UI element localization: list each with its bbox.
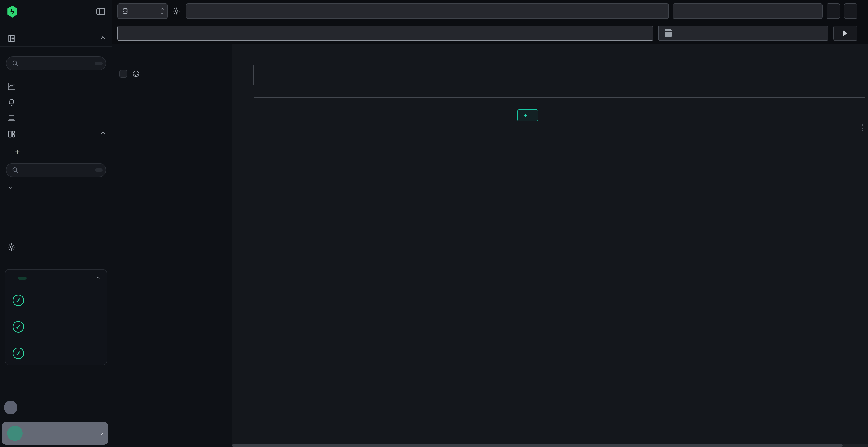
histogram-bars[interactable] xyxy=(254,64,865,98)
sidebar-item-client-sessions[interactable] xyxy=(0,110,112,126)
chevron-up-icon xyxy=(96,276,100,280)
preset-services[interactable] xyxy=(0,200,112,212)
right-column xyxy=(112,0,868,447)
progress-badge xyxy=(18,277,27,280)
get-started-item[interactable]: ✓ xyxy=(12,289,99,306)
sidebar-item-team-settings[interactable] xyxy=(0,239,112,255)
chart-line-icon xyxy=(7,82,16,91)
presets-toggle[interactable] xyxy=(9,186,112,188)
chevron-up-icon xyxy=(100,36,105,41)
save-button[interactable] xyxy=(827,3,840,19)
search-bar xyxy=(112,22,868,44)
horizontal-scrollbar[interactable] xyxy=(232,444,868,447)
lightning-icon xyxy=(523,112,528,118)
content xyxy=(112,44,868,447)
search-icon xyxy=(11,60,19,67)
checkbox[interactable] xyxy=(119,70,127,77)
app-root: ϟ xyxy=(0,0,868,447)
sidebar: ϟ xyxy=(0,0,112,447)
check-circle-icon: ✓ xyxy=(12,347,24,359)
get-started-header[interactable] xyxy=(12,277,99,280)
shortcut-badge xyxy=(95,168,103,172)
get-started-card: ✓ ✓ ✓ xyxy=(5,269,107,365)
sql-select-input[interactable] xyxy=(186,3,669,19)
search-icon xyxy=(11,166,19,174)
denoise-icon xyxy=(132,70,140,78)
scrollbar-thumb[interactable] xyxy=(232,444,843,447)
source-settings-button[interactable] xyxy=(172,6,182,16)
gear-icon xyxy=(173,7,181,15)
saved-searches-input[interactable] xyxy=(6,56,106,70)
check-circle-icon: ✓ xyxy=(12,295,24,306)
hyperdx-logo-icon: ϟ xyxy=(7,5,18,18)
sidebar-collapse-icon[interactable] xyxy=(96,8,105,15)
main-results xyxy=(232,44,868,447)
sidebar-nav xyxy=(0,78,112,142)
check-circle-icon: ✓ xyxy=(12,321,24,333)
user-menu[interactable] xyxy=(2,422,108,445)
gear-icon xyxy=(7,243,16,251)
sidebar-item-alerts[interactable] xyxy=(0,94,112,110)
plus-icon: + xyxy=(15,147,20,157)
laptop-icon xyxy=(7,114,16,123)
preset-clickhouse[interactable] xyxy=(0,188,112,200)
x-axis xyxy=(236,98,865,108)
topbar xyxy=(112,0,868,22)
shortcut-badge xyxy=(95,62,103,65)
dashboards-icon xyxy=(7,130,16,138)
date-range-picker[interactable] xyxy=(658,26,829,41)
help-button[interactable] xyxy=(4,401,18,414)
sidebar-item-chart-explorer[interactable] xyxy=(0,78,112,94)
table-header xyxy=(232,122,868,132)
create-dashboard-button[interactable]: + xyxy=(0,144,112,159)
y-axis xyxy=(236,64,254,98)
results-table xyxy=(232,108,868,447)
order-by-input[interactable] xyxy=(673,3,823,19)
play-icon xyxy=(843,30,847,36)
sidebar-item-search[interactable] xyxy=(0,30,112,47)
saved-dashboards-input[interactable] xyxy=(6,163,106,177)
bell-icon xyxy=(7,98,16,107)
logo-row: ϟ xyxy=(0,0,112,23)
filters-panel xyxy=(112,44,232,447)
run-query-button[interactable] xyxy=(833,26,858,41)
chevron-up-icon xyxy=(100,132,105,137)
events-histogram xyxy=(236,64,865,98)
event-search-input[interactable] xyxy=(117,26,653,41)
source-select[interactable] xyxy=(117,3,167,19)
get-started-item[interactable]: ✓ xyxy=(12,342,99,359)
query-language-toggle[interactable] xyxy=(641,29,647,37)
calendar-icon xyxy=(664,29,672,37)
preset-kubernetes[interactable] xyxy=(0,212,112,224)
chevron-right-icon xyxy=(100,432,103,435)
select-chevrons-icon xyxy=(161,8,163,14)
avatar xyxy=(7,425,23,441)
resume-live-tail-button[interactable] xyxy=(518,109,538,122)
alerts-button[interactable] xyxy=(844,3,858,19)
search-nav-icon xyxy=(7,34,16,43)
denoise-results-checkbox[interactable] xyxy=(119,68,226,79)
database-icon xyxy=(122,8,128,14)
table-body xyxy=(232,132,868,447)
sidebar-item-dashboards[interactable] xyxy=(0,126,112,142)
get-started-item[interactable]: ✓ xyxy=(12,315,99,333)
